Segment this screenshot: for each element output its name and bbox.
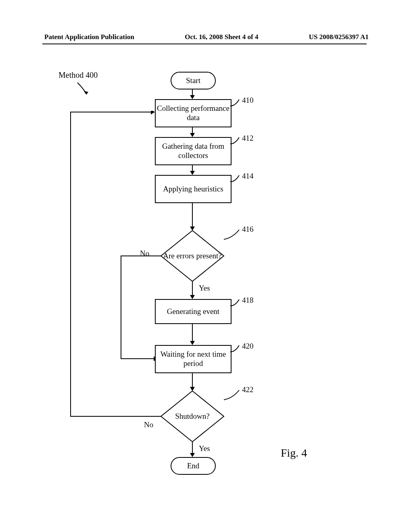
decision-416: Are errors present? xyxy=(160,230,225,282)
svg-marker-0 xyxy=(84,91,88,95)
arrow-icon xyxy=(189,127,197,138)
figure-label: Fig. 4 xyxy=(281,447,307,459)
terminator-start: Start xyxy=(171,72,216,89)
header-center: Oct. 16, 2008 Sheet 4 of 4 xyxy=(185,33,258,41)
decision-422: Shutdown? xyxy=(160,390,225,443)
process-418-text: Generating event xyxy=(167,307,219,316)
ref-414: 414 xyxy=(242,172,254,181)
ref-412: 412 xyxy=(242,134,254,143)
header-left: Patent Application Publication xyxy=(44,33,134,41)
process-410: Collecting performance data xyxy=(155,99,232,127)
process-412-text: Gathering data from collectors xyxy=(156,142,231,160)
ref-418: 418 xyxy=(242,296,254,305)
callout-icon xyxy=(230,175,242,184)
branch-yes-422: Yes xyxy=(199,444,210,453)
process-410-text: Collecting performance data xyxy=(156,104,231,123)
svg-marker-20 xyxy=(190,453,195,457)
ref-410: 410 xyxy=(242,96,254,105)
process-414-text: Applying heuristics xyxy=(163,185,223,194)
arrow-icon xyxy=(189,323,197,346)
ref-422: 422 xyxy=(242,385,254,394)
callout-icon xyxy=(230,345,242,354)
branch-yes-416: Yes xyxy=(199,284,210,293)
header-rule xyxy=(42,44,367,44)
svg-marker-2 xyxy=(190,95,195,99)
header-right: US 2008/0256397 A1 xyxy=(309,33,369,41)
callout-icon xyxy=(230,299,242,308)
process-414: Applying heuristics xyxy=(155,175,232,203)
curved-arrow-icon xyxy=(77,82,93,98)
arrow-icon xyxy=(189,164,197,176)
callout-icon xyxy=(230,99,242,108)
svg-marker-4 xyxy=(190,133,195,137)
callout-icon xyxy=(230,137,242,146)
callout-icon xyxy=(224,229,242,241)
connector-line xyxy=(69,111,162,418)
svg-marker-6 xyxy=(190,171,195,175)
branch-no-422: No xyxy=(144,420,153,429)
arrow-icon xyxy=(189,442,197,458)
process-420: Waiting for next time period xyxy=(155,345,232,373)
arrow-icon xyxy=(189,89,197,100)
ref-416: 416 xyxy=(242,225,254,234)
terminator-end: End xyxy=(171,457,216,475)
arrow-icon xyxy=(189,372,197,392)
arrow-icon xyxy=(189,202,197,231)
process-412: Gathering data from collectors xyxy=(155,137,232,165)
svg-marker-12 xyxy=(190,295,195,299)
method-label: Method 400 xyxy=(58,71,98,80)
end-label: End xyxy=(187,461,200,470)
start-label: Start xyxy=(186,76,200,85)
ref-420: 420 xyxy=(242,342,254,351)
process-418: Generating event xyxy=(155,299,232,324)
decision-422-text: Shutdown? xyxy=(175,412,210,421)
svg-marker-14 xyxy=(190,341,195,345)
svg-marker-18 xyxy=(151,111,155,114)
process-420-text: Waiting for next time period xyxy=(156,350,231,368)
decision-416-text: Are errors present? xyxy=(163,251,222,261)
callout-icon xyxy=(224,389,242,401)
arrow-icon xyxy=(189,281,197,300)
page-header: Patent Application Publication Oct. 16, … xyxy=(0,33,413,41)
